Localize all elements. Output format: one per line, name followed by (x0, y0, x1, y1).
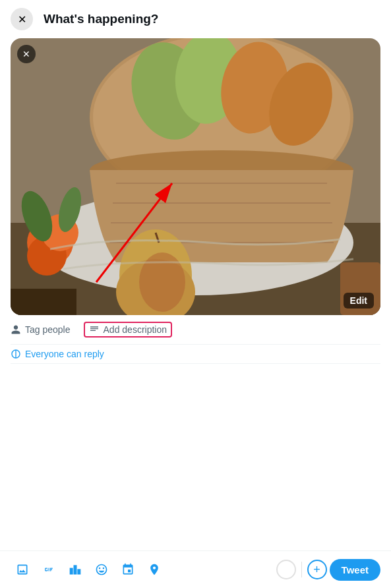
reply-setting: Everyone can reply (11, 344, 380, 364)
tweet-label: Tweet (342, 564, 369, 575)
gif-icon (42, 563, 55, 576)
tweet-button[interactable]: Tweet (330, 559, 380, 581)
emoji-button[interactable] (90, 558, 113, 581)
plus-icon: + (313, 563, 320, 577)
close-button[interactable]: ✕ (11, 8, 33, 30)
image-close-icon: ✕ (22, 49, 30, 59)
gif-button[interactable] (37, 558, 61, 581)
edit-button[interactable]: Edit (344, 293, 374, 309)
tag-people-label: Tag people (25, 324, 71, 335)
photo-button[interactable] (11, 558, 34, 581)
image-actions: Tag people Add description (11, 315, 380, 344)
tag-people-icon (11, 324, 21, 335)
globe-icon (11, 349, 21, 359)
location-button[interactable] (142, 558, 166, 581)
image-remove-button[interactable]: ✕ (17, 45, 36, 63)
character-count-circle (276, 560, 296, 579)
close-icon: ✕ (18, 13, 26, 26)
add-description-button[interactable]: Add description (84, 322, 173, 338)
edit-label: Edit (350, 295, 367, 306)
poll-icon (69, 563, 82, 576)
photo-icon (16, 563, 29, 576)
tag-people-button[interactable]: Tag people (11, 324, 71, 335)
everyone-can-reply-label[interactable]: Everyone can reply (25, 349, 104, 359)
poll-button[interactable] (63, 558, 87, 581)
emoji-icon (95, 563, 108, 576)
svg-rect-24 (11, 289, 76, 315)
toolbar-divider (301, 562, 302, 577)
schedule-icon (121, 563, 135, 576)
compose-area: ✕ (0, 38, 391, 364)
add-description-label: Add description (104, 324, 167, 335)
bottom-toolbar: + Tweet (0, 550, 391, 588)
uploaded-image (11, 38, 380, 315)
pear-image-svg (11, 38, 380, 315)
top-bar: ✕ What's happening? (0, 0, 391, 38)
location-icon (148, 563, 161, 576)
add-tweet-button[interactable]: + (307, 560, 327, 579)
compose-title: What's happening? (44, 12, 158, 26)
image-container: ✕ (11, 38, 380, 315)
schedule-button[interactable] (116, 558, 140, 581)
add-description-icon (89, 324, 100, 335)
